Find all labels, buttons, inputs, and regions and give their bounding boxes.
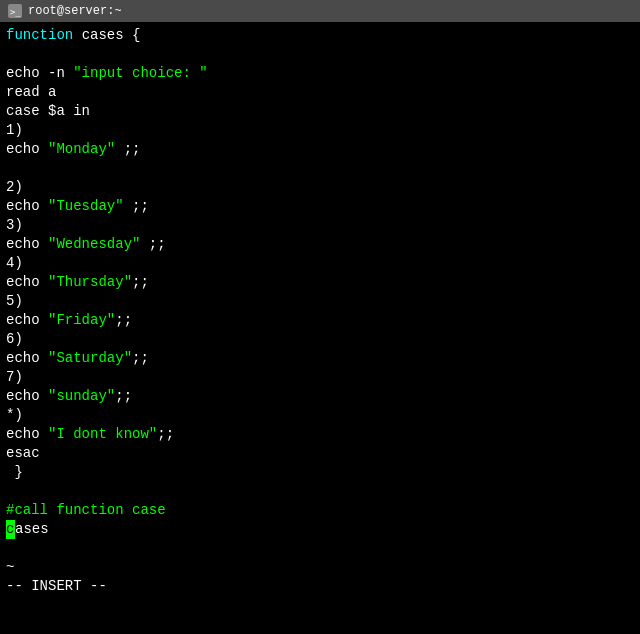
code-line: echo "Wednesday" ;; [6, 235, 634, 254]
code-line: function cases { [6, 26, 634, 45]
terminal: function cases { echo -n "input choice: … [0, 22, 640, 634]
code-line: 2) [6, 178, 634, 197]
code-line: echo "Friday";; [6, 311, 634, 330]
empty-line [6, 539, 634, 558]
tilde-text: ~ [6, 559, 14, 575]
code-text: ;; [115, 388, 132, 404]
code-text: echo [6, 426, 48, 442]
string-text: "I dont know" [48, 426, 157, 442]
code-line: echo "Monday" ;; [6, 140, 634, 159]
code-line: echo "Tuesday" ;; [6, 197, 634, 216]
code-text: echo [6, 236, 48, 252]
code-text: echo [6, 388, 48, 404]
code-text: 3) [6, 217, 23, 233]
code-text: ;; [157, 426, 174, 442]
code-text: ;; [140, 236, 165, 252]
code-text: 6) [6, 331, 23, 347]
string-text: "sunday" [48, 388, 115, 404]
code-text: ases [15, 521, 49, 537]
title-bar-text: root@server:~ [28, 4, 122, 18]
comment-text: #call function case [6, 502, 166, 518]
string-text: "Friday" [48, 312, 115, 328]
code-text: cases { [82, 27, 141, 43]
code-text: 7) [6, 369, 23, 385]
code-line: 1) [6, 121, 634, 140]
status-line: -- INSERT -- [6, 577, 634, 596]
code-line: ~ [6, 558, 634, 577]
code-line: echo "I dont know";; [6, 425, 634, 444]
string-text: "Tuesday" [48, 198, 124, 214]
code-text: esac [6, 445, 40, 461]
code-text: *) [6, 407, 23, 423]
terminal-icon: >_ [8, 4, 22, 18]
code-text: 1) [6, 122, 23, 138]
svg-text:>_: >_ [10, 7, 21, 17]
string-text: "Saturday" [48, 350, 132, 366]
code-text: read a [6, 84, 56, 100]
empty-line [6, 45, 634, 64]
code-text: ;; [132, 350, 149, 366]
code-line: 3) [6, 216, 634, 235]
code-text: ;; [132, 274, 149, 290]
code-text: echo [6, 198, 48, 214]
code-line: } [6, 463, 634, 482]
code-line: read a [6, 83, 634, 102]
empty-line [6, 482, 634, 501]
code-text: echo [6, 274, 48, 290]
code-text: } [6, 464, 23, 480]
code-text: echo [6, 141, 48, 157]
code-line: esac [6, 444, 634, 463]
code-text: echo [6, 350, 48, 366]
code-line: echo "Thursday";; [6, 273, 634, 292]
code-text: 4) [6, 255, 23, 271]
insert-mode-text: -- INSERT -- [6, 578, 107, 594]
code-text: 2) [6, 179, 23, 195]
code-line: case $a in [6, 102, 634, 121]
code-text: echo [6, 312, 48, 328]
code-line: echo "Saturday";; [6, 349, 634, 368]
code-text: case $a in [6, 103, 90, 119]
code-line: #call function case [6, 501, 634, 520]
code-line: echo "sunday";; [6, 387, 634, 406]
code-text: echo -n [6, 65, 73, 81]
code-line: echo -n "input choice: " [6, 64, 634, 83]
code-line: 7) [6, 368, 634, 387]
code-line: 6) [6, 330, 634, 349]
string-text: "Monday" [48, 141, 115, 157]
code-line: 4) [6, 254, 634, 273]
code-line: 5) [6, 292, 634, 311]
cursor: c [6, 520, 15, 539]
keyword-function: function [6, 27, 82, 43]
string-text: "input choice: " [73, 65, 207, 81]
code-line: cases [6, 520, 634, 539]
string-text: "Wednesday" [48, 236, 140, 252]
code-text: 5) [6, 293, 23, 309]
code-text: ;; [115, 141, 140, 157]
code-line: *) [6, 406, 634, 425]
empty-line [6, 159, 634, 178]
code-text: ;; [124, 198, 149, 214]
title-bar: >_ root@server:~ [0, 0, 640, 22]
string-text: "Thursday" [48, 274, 132, 290]
code-text: ;; [115, 312, 132, 328]
